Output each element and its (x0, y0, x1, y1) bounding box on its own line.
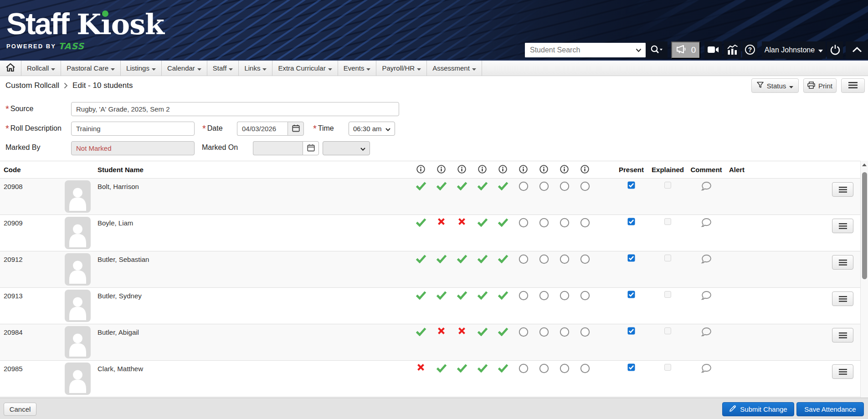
mark-cell-2[interactable] (431, 361, 452, 397)
search-button[interactable] (646, 41, 668, 59)
present-cell[interactable] (614, 215, 649, 251)
mark-cell-2[interactable] (431, 215, 452, 251)
mark-cell-5[interactable] (493, 215, 513, 251)
explained-checkbox-unchecked[interactable] (664, 218, 671, 226)
student-avatar[interactable] (65, 326, 91, 358)
explained-checkbox-unchecked[interactable] (664, 182, 671, 190)
mark-cell-3[interactable] (452, 288, 472, 324)
present-cell[interactable] (614, 324, 649, 360)
present-checkbox-checked[interactable] (627, 291, 635, 300)
mark-cell-5[interactable] (493, 288, 513, 324)
save-attendance-button[interactable]: Save Attendance (796, 402, 864, 416)
mark-cell-7[interactable] (534, 215, 554, 251)
mark-cell-7[interactable] (534, 324, 554, 360)
comment-cell[interactable] (687, 324, 726, 360)
user-menu-button[interactable]: Alan Johnstone (762, 41, 826, 59)
mark-cell-6[interactable] (513, 251, 534, 287)
mark-cell-8[interactable] (554, 251, 575, 287)
present-cell[interactable] (614, 361, 649, 397)
help-button[interactable]: ? (742, 41, 757, 59)
cancel-button[interactable]: Cancel (4, 403, 36, 416)
mark-cell-7[interactable] (534, 179, 554, 215)
mark-cell-3[interactable] (452, 215, 472, 251)
comment-cell[interactable] (687, 251, 726, 287)
mark-cell-4[interactable] (472, 251, 493, 287)
present-cell[interactable] (614, 251, 649, 287)
logout-power-button[interactable] (827, 41, 843, 59)
present-checkbox-checked[interactable] (627, 363, 635, 373)
present-cell[interactable] (614, 179, 649, 215)
mark-cell-1[interactable] (411, 179, 431, 215)
marked-on-calendar-button[interactable] (303, 141, 319, 155)
mark-cell-2[interactable] (431, 251, 452, 287)
mark-cell-3[interactable] (452, 361, 472, 397)
mark-cell-9[interactable] (575, 215, 595, 251)
analytics-button[interactable] (724, 41, 741, 59)
present-cell[interactable] (614, 288, 649, 324)
student-avatar[interactable] (65, 217, 91, 249)
mark-cell-6[interactable] (513, 215, 534, 251)
mark-cell-9[interactable] (575, 324, 595, 360)
scrollbar-up-arrow[interactable] (861, 161, 868, 169)
present-checkbox-checked[interactable] (627, 254, 635, 263)
comment-cell[interactable] (687, 361, 726, 397)
mark-cell-3[interactable] (452, 251, 472, 287)
mark-cell-6[interactable] (513, 179, 534, 215)
mark-cell-5[interactable] (493, 361, 513, 397)
row-menu-button[interactable] (832, 182, 853, 197)
nav-item-staff[interactable]: Staff (207, 61, 239, 76)
col-header-info-5[interactable] (493, 161, 513, 178)
comment-cell[interactable] (687, 288, 726, 324)
mark-cell-7[interactable] (534, 288, 554, 324)
mark-cell-2[interactable] (431, 179, 452, 215)
explained-checkbox-unchecked[interactable] (664, 364, 671, 372)
comment-cell[interactable] (687, 215, 726, 251)
mark-cell-5[interactable] (493, 251, 513, 287)
explained-checkbox-unchecked[interactable] (664, 327, 671, 336)
mark-cell-1[interactable] (411, 361, 431, 397)
nav-item-links[interactable]: Links (239, 61, 272, 76)
col-header-info-2[interactable] (431, 161, 452, 178)
mark-cell-6[interactable] (513, 361, 534, 397)
mark-cell-6[interactable] (513, 324, 534, 360)
row-menu-button[interactable] (832, 328, 853, 342)
nav-item-rollcall[interactable]: Rollcall (21, 61, 61, 76)
mark-cell-1[interactable] (411, 324, 431, 360)
nav-item-events[interactable]: Events (338, 61, 377, 76)
submit-change-button[interactable]: Submit Change (722, 402, 794, 416)
mark-cell-9[interactable] (575, 361, 595, 397)
collapse-header-button[interactable] (846, 41, 868, 59)
mark-cell-3[interactable] (452, 179, 472, 215)
mark-cell-8[interactable] (554, 215, 575, 251)
col-header-info-1[interactable] (411, 161, 431, 178)
status-filter-button[interactable]: Status (751, 78, 799, 93)
mark-cell-4[interactable] (472, 324, 493, 360)
mark-cell-8[interactable] (554, 179, 575, 215)
scrollbar-thumb[interactable] (862, 172, 867, 279)
mark-cell-1[interactable] (411, 215, 431, 251)
mark-cell-4[interactable] (472, 179, 493, 215)
comment-cell[interactable] (687, 179, 726, 215)
row-menu-button[interactable] (832, 364, 853, 379)
col-header-info-3[interactable] (452, 161, 472, 178)
mark-cell-2[interactable] (431, 324, 452, 360)
student-avatar[interactable] (65, 253, 91, 286)
notifications-button[interactable]: 0 (671, 41, 700, 59)
row-menu-button[interactable] (832, 219, 853, 233)
roll-description-input[interactable]: Training (71, 122, 195, 136)
mark-cell-8[interactable] (554, 288, 575, 324)
explained-checkbox-unchecked[interactable] (664, 255, 671, 263)
col-header-info-7[interactable] (534, 161, 554, 178)
row-menu-button[interactable] (832, 291, 853, 306)
mark-cell-4[interactable] (472, 288, 493, 324)
page-menu-button[interactable] (841, 78, 865, 93)
present-checkbox-checked[interactable] (627, 327, 635, 336)
mark-cell-5[interactable] (493, 179, 513, 215)
nav-item-payroll-hr[interactable]: Payroll/HR (376, 61, 427, 76)
nav-item-calendar[interactable]: Calendar (162, 61, 207, 76)
mark-cell-9[interactable] (575, 179, 595, 215)
mark-cell-8[interactable] (554, 361, 575, 397)
mark-cell-9[interactable] (575, 288, 595, 324)
present-checkbox-checked[interactable] (627, 181, 635, 190)
source-input[interactable]: Rugby, 'A' Grade, 2025, Sem 2 (71, 102, 399, 116)
